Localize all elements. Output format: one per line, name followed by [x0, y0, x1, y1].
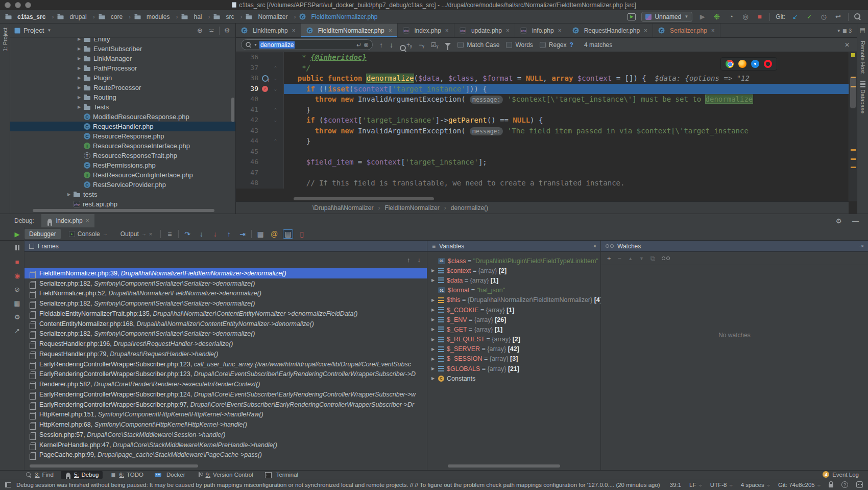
hidden-tabs-control[interactable]: ▼ ≣ 3: [837, 24, 857, 38]
tree-row[interactable]: C RestPermissions.php: [10, 160, 235, 170]
variable-row[interactable]: $_REQUEST = {array} [2]: [427, 335, 600, 344]
run-button[interactable]: ▶: [698, 12, 707, 21]
breadcrumb-item[interactable]: Normalizer: [246, 13, 299, 20]
stack-frame[interactable]: HttpKernel.php:68, Symfony\Component\Htt…: [25, 419, 427, 430]
dock-icon[interactable]: ⇥: [591, 243, 596, 249]
close-window-button[interactable]: [5, 2, 11, 8]
stack-frame[interactable]: EarlyRenderingControllerWrapperSubscribe…: [25, 369, 427, 380]
rollback-icon[interactable]: ↩: [834, 12, 842, 21]
tab-output[interactable]: Output→×: [116, 229, 157, 239]
editor-gutter[interactable]: 43: [236, 126, 284, 136]
search-everywhere-icon[interactable]: [854, 13, 861, 20]
tree-row[interactable]: C ResourceResponse.php: [10, 131, 235, 141]
remove-watch-icon[interactable]: −: [618, 254, 622, 262]
stack-frame[interactable]: Renderer.php:582, Drupal\Core\Render\Ren…: [25, 379, 427, 389]
pin-icon[interactable]: ↗: [12, 325, 23, 336]
close-tab-icon[interactable]: [292, 27, 296, 34]
editor-gutter[interactable]: 39⌄: [236, 84, 284, 95]
variable-row[interactable]: C Constants: [427, 374, 600, 383]
breadcrumb-item[interactable]: hal: [181, 13, 213, 20]
editor-tab[interactable]: php index.php: [398, 24, 454, 37]
filter-icon[interactable]: [445, 43, 451, 46]
search-history-chevron-icon[interactable]: ▼: [254, 43, 257, 46]
step-out-icon[interactable]: ↑: [224, 230, 234, 238]
code-line[interactable]: 38⌄ public function denormalize($data, $…: [236, 73, 849, 84]
frame-up-icon[interactable]: ↑: [407, 256, 411, 264]
editor-gutter[interactable]: 36: [236, 52, 284, 63]
debug-settings-icon[interactable]: ⚙: [12, 312, 23, 322]
editor-gutter[interactable]: 37⌃: [236, 63, 284, 74]
toolwindow-stripe-database[interactable]: Database: [860, 89, 866, 113]
editor-gutter[interactable]: 45: [236, 147, 284, 157]
show-watches-icon[interactable]: [662, 256, 670, 260]
breadcrumb-method[interactable]: denormalize(): [451, 204, 497, 212]
variable-row[interactable]: $this = {Drupal\hal\Normalizer\FieldItem…: [427, 295, 600, 305]
locate-file-icon[interactable]: ⊕: [196, 26, 204, 35]
breadcrumb-item[interactable]: core: [99, 13, 134, 20]
close-tab-icon[interactable]: [558, 27, 562, 34]
history-icon[interactable]: ◷: [819, 12, 828, 21]
expand-arrow-icon[interactable]: [78, 56, 84, 61]
search-stripe-mark[interactable]: [851, 149, 856, 151]
tab-console[interactable]: ▸ Console→: [64, 229, 112, 239]
variable-row[interactable]: $GLOBALS = {array} [21]: [427, 364, 600, 374]
regex-checkbox[interactable]: Regex?: [540, 41, 573, 49]
tab-debugger[interactable]: Debugger: [25, 229, 61, 239]
expand-arrow-icon[interactable]: [78, 46, 84, 51]
stack-frame[interactable]: ContentEntityNormalizer.php:168, Drupal\…: [25, 319, 427, 329]
stack-frame[interactable]: PageCache.php:99, Drupal\page_cache\Stac…: [25, 450, 427, 460]
line-ending-selector[interactable]: LF: [689, 482, 702, 488]
gear-icon[interactable]: ⚙: [223, 26, 231, 35]
stop-button[interactable]: ■: [755, 12, 764, 21]
chrome-icon[interactable]: [726, 60, 734, 68]
firefox-icon[interactable]: [738, 60, 746, 68]
project-view-selector[interactable]: Project: [23, 27, 44, 34]
expand-arrow-icon[interactable]: [430, 366, 436, 371]
editor-gutter[interactable]: 44⌃: [236, 136, 284, 147]
expand-arrow-icon[interactable]: [430, 278, 436, 283]
expand-arrow-icon[interactable]: [430, 317, 436, 322]
editor-horizontal-scrollbar[interactable]: [294, 197, 434, 200]
git-branch-selector[interactable]: Git: 74e8c205: [778, 482, 821, 488]
expand-arrow-icon[interactable]: [430, 357, 436, 361]
code-line[interactable]: 40 throw new InvalidArgumentException( m…: [236, 94, 849, 105]
toolwindow-button[interactable]: Docker: [151, 471, 189, 479]
stack-frame[interactable]: EarlyRenderingControllerWrapperSubscribe…: [25, 400, 427, 410]
status-message[interactable]: Debug session was finished without being…: [16, 482, 665, 488]
regex-help-link[interactable]: ?: [570, 41, 573, 49]
editor-tab[interactable]: C LinkItem.php: [236, 24, 301, 37]
update-project-icon[interactable]: ↙: [791, 12, 800, 21]
tree-row[interactable]: EventSubscriber: [10, 44, 235, 54]
stack-frame[interactable]: Serializer.php:182, Symfony\Component\Se…: [25, 298, 427, 309]
encoding-selector[interactable]: UTF-8: [710, 482, 733, 488]
toolwindow-button[interactable]: 5: Debug: [61, 471, 103, 479]
restore-layout-icon[interactable]: ▦: [12, 298, 23, 308]
editor-tab[interactable]: C Serializer.php: [653, 24, 720, 37]
words-checkbox[interactable]: Words: [506, 41, 533, 49]
fold-marker-icon[interactable]: ⌃: [272, 105, 279, 115]
fold-marker-icon[interactable]: ⌄: [272, 73, 279, 84]
editor-gutter[interactable]: 42⌄: [236, 115, 284, 126]
expand-arrow-icon[interactable]: [430, 337, 436, 342]
toolwindow-stripe-project[interactable]: 1: Project: [2, 28, 8, 51]
indent-selector[interactable]: 4 spaces: [741, 482, 770, 488]
safari-icon[interactable]: [751, 60, 759, 68]
close-tab-icon[interactable]: [506, 27, 510, 34]
tree-row[interactable]: Routing: [10, 92, 235, 102]
tree-row[interactable]: RouteProcessor: [10, 83, 235, 92]
breadcrumb-item[interactable]: drupal: [57, 13, 98, 20]
variable-row[interactable]: $_GET = {array} [1]: [427, 324, 600, 334]
lock-icon[interactable]: [829, 484, 833, 487]
variable-row[interactable]: $context = {array} [2]: [427, 266, 600, 275]
commit-icon[interactable]: ✓: [805, 12, 814, 21]
gear-icon[interactable]: ⚙: [834, 217, 843, 225]
tree-row[interactable]: C RestServiceProvider.php: [10, 180, 235, 190]
project-vertical-scrollbar[interactable]: [231, 98, 234, 122]
dock-icon[interactable]: ⇥: [859, 243, 863, 249]
stack-frame[interactable]: RequestHandler.php:196, Drupal\rest\Requ…: [25, 339, 427, 349]
move-up-icon[interactable]: ▲: [628, 256, 633, 261]
copy-icon[interactable]: ⧉: [650, 254, 655, 263]
toolwindow-button[interactable]: 6: TODO: [106, 471, 148, 479]
opera-icon[interactable]: [764, 60, 772, 68]
stack-frame[interactable]: EarlyRenderingControllerWrapperSubscribe…: [25, 359, 427, 369]
